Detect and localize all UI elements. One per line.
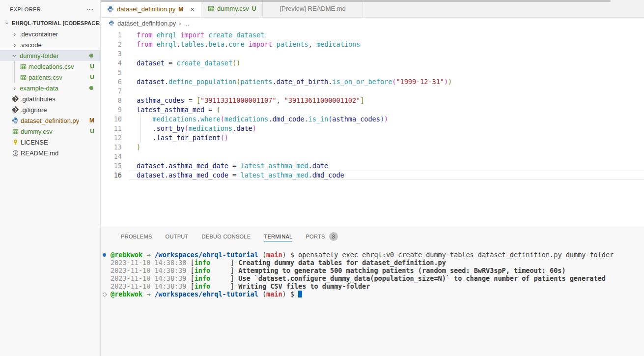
git-icon xyxy=(12,95,19,102)
panel-tab-problems[interactable]: PROBLEMS xyxy=(121,232,152,241)
tree-item-readme-md[interactable]: README.md xyxy=(0,148,100,158)
tree-item-gitattributes[interactable]: .gitattributes xyxy=(0,93,100,104)
terminal-token: main xyxy=(266,290,282,298)
tree-item-license[interactable]: LICENSE xyxy=(0,137,100,148)
panel-tab-ports[interactable]: PORTS3 xyxy=(306,230,337,242)
code-line[interactable]: dataset = create_dataset() xyxy=(129,59,644,68)
tree-item-label: patients.csv xyxy=(28,74,62,81)
tree-item-ehrql-tutorial-codespaces[interactable]: ›EHRQL-TUTORIAL [CODESPACES:... xyxy=(0,18,100,29)
terminal[interactable]: @rebkwok → /workspaces/ehrql-tutorial (m… xyxy=(101,245,644,298)
panel-tab-terminal[interactable]: TERMINAL xyxy=(264,232,292,241)
tree-item-vscode[interactable]: ›.vscode xyxy=(0,39,100,50)
code-line[interactable]: medications.where(medications.dmd_code.i… xyxy=(129,115,644,124)
terminal-token: [ xyxy=(191,282,195,290)
code-line[interactable] xyxy=(129,87,644,96)
chevron-down-icon[interactable]: › xyxy=(11,52,19,59)
chevron-right-icon[interactable]: › xyxy=(11,30,19,38)
line-number: 13 xyxy=(101,143,126,152)
info-icon xyxy=(12,150,19,156)
code-line[interactable] xyxy=(129,152,644,161)
table-icon xyxy=(20,74,27,81)
code-token: is_on_or_before xyxy=(332,78,392,86)
python-icon xyxy=(107,6,114,13)
code-token: create_dataset xyxy=(176,59,232,67)
code-editor[interactable]: 12345678910111213141516 from ehrql impor… xyxy=(101,29,644,227)
tab-preview-readme-md[interactable]: [Preview] README.md xyxy=(263,0,363,17)
code-token: ) xyxy=(448,78,452,86)
tab-dummy-csv[interactable]: dummy.csvU xyxy=(201,0,263,17)
tree-item-label: README.md xyxy=(21,149,58,157)
git-icon xyxy=(12,106,19,113)
panel-tab-label: PROBLEMS xyxy=(121,234,152,239)
code-line[interactable] xyxy=(129,49,644,59)
breadcrumb-separator: › xyxy=(179,20,181,27)
code-line[interactable]: asthma_codes = ["39113311000001107", "39… xyxy=(129,96,644,105)
code-token: . xyxy=(232,124,236,132)
command-decoration-hollow-icon[interactable] xyxy=(103,293,107,297)
code-token: import xyxy=(180,31,204,39)
terminal-token: @rebkwok xyxy=(111,290,142,298)
git-status-badge: U xyxy=(90,63,94,70)
code-line[interactable]: dataset.asthma_med_code = latest_asthma_… xyxy=(129,171,644,180)
table-icon xyxy=(12,128,19,135)
code-line[interactable]: latest_asthma_med = ( xyxy=(129,105,644,115)
tree-item-patients-csv[interactable]: patients.csvU xyxy=(0,72,100,83)
line-number: 4 xyxy=(101,59,126,68)
code-token: = xyxy=(228,162,240,170)
code-token: ) xyxy=(444,78,448,86)
code-line[interactable]: .sort_by(medications.date) xyxy=(129,124,644,133)
tab-git-badge: M xyxy=(178,6,183,13)
tree-item-dummy-folder[interactable]: ›dummy-folder xyxy=(0,50,100,61)
code-token: , xyxy=(308,40,316,48)
code-token: . xyxy=(224,40,228,48)
python-icon xyxy=(12,117,19,124)
tree-item-label: .gitattributes xyxy=(21,95,56,103)
terminal-token: [ xyxy=(191,274,195,282)
code-token: date xyxy=(312,162,329,170)
tree-item-dummy-csv[interactable]: dummy.csvU xyxy=(0,126,100,137)
terminal-cursor xyxy=(298,291,302,297)
code-line[interactable]: dataset.define_population(patients.date_… xyxy=(129,77,644,87)
terminal-token: ) $ xyxy=(282,290,299,298)
terminal-token: @rebkwok xyxy=(111,251,142,259)
chevron-down-icon[interactable]: › xyxy=(3,19,11,27)
chevron-right-icon[interactable]: › xyxy=(11,41,19,49)
terminal-line: 2023-11-10 14:38:38 [info ] Creating dum… xyxy=(101,259,644,267)
breadcrumb-file[interactable]: dataset_definition.py xyxy=(117,20,176,27)
code-token: . xyxy=(165,171,168,179)
tree-item-gitignore[interactable]: .gitignore xyxy=(0,104,100,115)
terminal-token: ] xyxy=(210,259,238,267)
code-line[interactable] xyxy=(129,68,644,77)
tree-item-medications-csv[interactable]: medications.csvU xyxy=(0,61,100,72)
code-token: . xyxy=(165,78,168,86)
line-number: 6 xyxy=(101,77,126,87)
code-line[interactable]: .last_for_patient() xyxy=(129,133,644,143)
code-line[interactable]: from ehrql import create_dataset xyxy=(129,30,644,40)
explorer-more-actions-icon[interactable]: ⋯ xyxy=(86,7,93,12)
breadcrumb-ellipsis[interactable]: ... xyxy=(184,20,190,27)
panel-tab-output[interactable]: OUTPUT xyxy=(166,232,189,241)
code-token: medications xyxy=(316,40,360,48)
terminal-token: ( xyxy=(258,290,266,298)
code-line[interactable]: from ehrql.tables.beta.core import patie… xyxy=(129,40,644,49)
code-token: import xyxy=(249,40,273,48)
tree-item-example-data[interactable]: ›example-data xyxy=(0,83,100,93)
tab-dataset-definition-py[interactable]: dataset_definition.pyM× xyxy=(101,0,201,17)
code-token: = xyxy=(228,171,240,179)
tree-item-dataset-definition-py[interactable]: dataset_definition.pyM xyxy=(0,115,100,126)
file-tree: ›EHRQL-TUTORIAL [CODESPACES:...›.devcont… xyxy=(0,17,100,158)
tree-item-devcontainer[interactable]: ›.devcontainer xyxy=(0,29,100,39)
code-line[interactable]: ) xyxy=(129,143,644,152)
code-token: "1999-12-31" xyxy=(396,78,444,86)
chevron-right-icon[interactable]: › xyxy=(11,85,19,92)
code-line[interactable]: dataset.asthma_med_date = latest_asthma_… xyxy=(129,161,644,171)
code-token: tables xyxy=(180,40,204,48)
tabbar-scrollbar-thumb[interactable] xyxy=(101,0,611,2)
panel-tab-debug-console[interactable]: DEBUG CONSOLE xyxy=(202,232,251,241)
code-token: = xyxy=(185,96,196,104)
code-token: core xyxy=(228,40,245,48)
close-icon[interactable]: × xyxy=(190,6,195,12)
command-decoration-filled-icon[interactable] xyxy=(103,253,106,257)
code-token: latest_asthma_med xyxy=(137,106,204,114)
code-token: . xyxy=(137,134,157,142)
